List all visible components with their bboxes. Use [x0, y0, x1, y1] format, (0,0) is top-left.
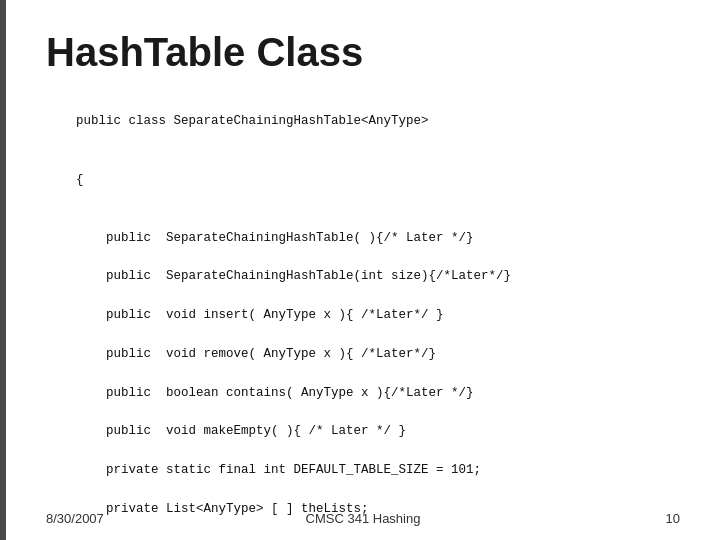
slide: HashTable Class public class SeparateCha… — [0, 0, 720, 540]
code-line-4: public boolean contains( AnyType x ){/*L… — [76, 386, 474, 400]
code-line-0: public SeparateChainingHashTable( ){/* L… — [76, 231, 474, 245]
footer-left: 8/30/2007 — [46, 511, 104, 526]
code-line-2: public void insert( AnyType x ){ /*Later… — [76, 308, 444, 322]
code-line-3: public void remove( AnyType x ){ /*Later… — [76, 347, 436, 361]
code-line-6: private static final int DEFAULT_TABLE_S… — [76, 463, 481, 477]
footer-right: 10 — [666, 511, 680, 526]
code-line-1: public SeparateChainingHashTable(int siz… — [76, 269, 511, 283]
code-line-open: { — [76, 173, 84, 187]
code-block: public class SeparateChainingHashTable<A… — [46, 93, 680, 540]
slide-title: HashTable Class — [46, 30, 680, 75]
footer-center: CMSC 341 Hashing — [306, 511, 421, 526]
code-line-5: public void makeEmpty( ){ /* Later */ } — [76, 424, 406, 438]
code-line-class: public class SeparateChainingHashTable<A… — [76, 114, 429, 128]
